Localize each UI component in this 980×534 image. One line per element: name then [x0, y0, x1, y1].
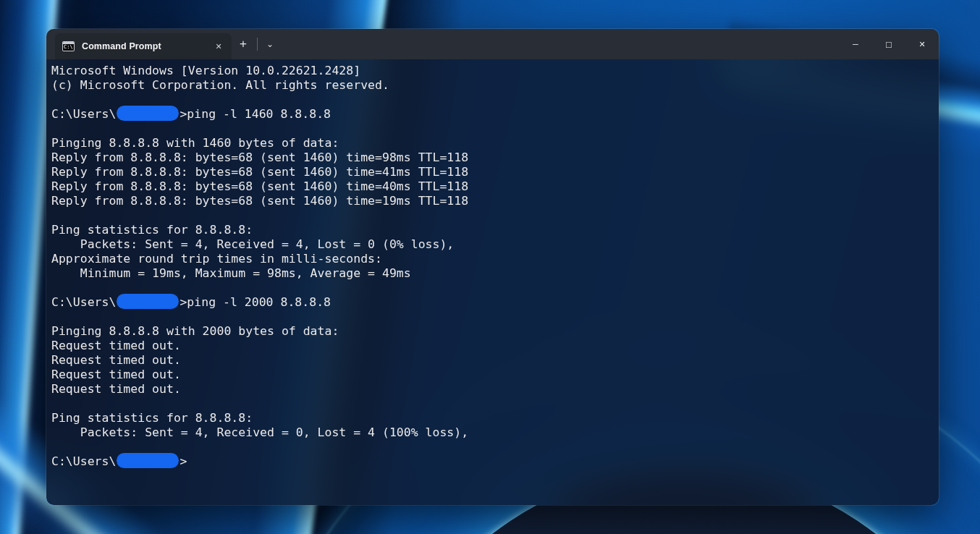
minimize-button[interactable]: ─ — [839, 29, 872, 59]
terminal-line: Request timed out. — [51, 353, 933, 368]
terminal-window: C:\ Command Prompt ✕ + ⌄ ─ □ ✕ Microsoft… — [46, 29, 939, 505]
terminal-line: Microsoft Windows [Version 10.0.22621.24… — [51, 64, 933, 78]
redacted-username — [117, 106, 179, 121]
prompt-command: > — [179, 454, 187, 468]
command-prompt-icon-text: C:\ — [64, 44, 73, 51]
prompt-command: >ping -l 2000 8.8.8.8 — [179, 295, 331, 309]
terminal-line: Request timed out. — [51, 382, 933, 397]
terminal-line: Packets: Sent = 4, Received = 0, Lost = … — [51, 425, 933, 440]
terminal-line: Minimum = 19ms, Maximum = 98ms, Average … — [51, 266, 933, 281]
terminal-line: Reply from 8.8.8.8: bytes=68 (sent 1460)… — [51, 179, 933, 194]
close-button[interactable]: ✕ — [905, 29, 939, 59]
terminal-line: C:\Users\> — [51, 454, 933, 469]
maximize-button[interactable]: □ — [872, 29, 905, 59]
terminal-viewport[interactable]: Microsoft Windows [Version 10.0.22621.24… — [46, 59, 939, 505]
tab-close-button[interactable]: ✕ — [211, 39, 226, 54]
terminal-line: Request timed out. — [51, 368, 933, 382]
terminal-line — [51, 281, 933, 295]
new-tab-button[interactable]: + — [232, 33, 255, 55]
terminal-line — [51, 440, 933, 454]
prompt-prefix: C:\Users\ — [51, 454, 116, 468]
tab-command-prompt[interactable]: C:\ Command Prompt ✕ — [55, 33, 232, 59]
terminal-line: Reply from 8.8.8.8: bytes=68 (sent 1460)… — [51, 165, 933, 179]
terminal-line — [51, 93, 933, 107]
terminal-line: (c) Microsoft Corporation. All rights re… — [51, 78, 933, 93]
prompt-prefix: C:\Users\ — [51, 107, 116, 121]
terminal-line: Reply from 8.8.8.8: bytes=68 (sent 1460)… — [51, 151, 933, 165]
tab-title: Command Prompt — [82, 41, 211, 51]
prompt-command: >ping -l 1460 8.8.8.8 — [179, 107, 331, 121]
titlebar[interactable]: C:\ Command Prompt ✕ + ⌄ ─ □ ✕ — [46, 29, 939, 59]
terminal-line: Ping statistics for 8.8.8.8: — [51, 223, 933, 237]
prompt-prefix: C:\Users\ — [51, 295, 116, 309]
terminal-line — [51, 310, 933, 324]
terminal-line — [51, 208, 933, 223]
terminal-line: Pinging 8.8.8.8 with 2000 bytes of data: — [51, 324, 933, 339]
terminal-line: Reply from 8.8.8.8: bytes=68 (sent 1460)… — [51, 194, 933, 208]
terminal-line: Approximate round trip times in milli-se… — [51, 252, 933, 266]
terminal-line: C:\Users\>ping -l 2000 8.8.8.8 — [51, 295, 933, 310]
redacted-username — [117, 294, 179, 309]
command-prompt-icon: C:\ — [62, 41, 75, 51]
terminal-line — [51, 122, 933, 136]
terminal-line: Ping statistics for 8.8.8.8: — [51, 411, 933, 425]
terminal-line: C:\Users\>ping -l 1460 8.8.8.8 — [51, 107, 933, 122]
terminal-line: Request timed out. — [51, 339, 933, 353]
tab-bar-divider — [257, 38, 258, 51]
tab-dropdown-button[interactable]: ⌄ — [260, 33, 280, 55]
desktop-wallpaper: C:\ Command Prompt ✕ + ⌄ ─ □ ✕ Microsoft… — [0, 0, 980, 534]
terminal-line — [51, 397, 933, 411]
terminal-line: Packets: Sent = 4, Received = 4, Lost = … — [51, 237, 933, 252]
redacted-username — [117, 453, 179, 468]
terminal-line: Pinging 8.8.8.8 with 1460 bytes of data: — [51, 136, 933, 151]
